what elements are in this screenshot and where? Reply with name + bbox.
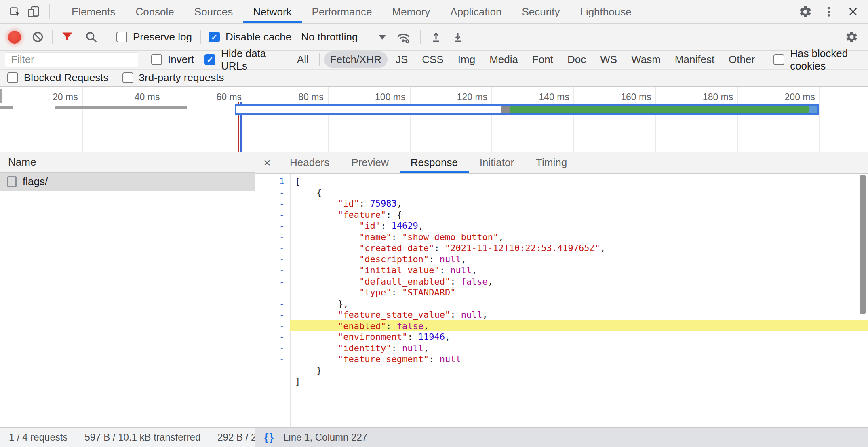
- close-devtools-button[interactable]: [844, 2, 862, 21]
- code-row: - "name": "show_demo_button",: [255, 232, 868, 243]
- tab-elements[interactable]: Elements: [61, 0, 125, 23]
- third-party-requests-checkbox[interactable]: 3rd-party requests: [122, 72, 224, 84]
- main-toolbar-right: [786, 2, 868, 21]
- detail-tab-response[interactable]: Response: [400, 152, 469, 173]
- network-settings-button[interactable]: [845, 30, 858, 44]
- overview-gridline: [491, 87, 492, 152]
- code-row: - "feature_state_value": null,: [255, 309, 868, 320]
- checkbox: [116, 32, 127, 42]
- checkbox: [209, 32, 220, 42]
- detail-tab-headers[interactable]: Headers: [279, 152, 340, 173]
- requests-summary: 1 / 4 requests597 B / 10.1 kB transferre…: [0, 427, 255, 447]
- code-row: - }: [255, 365, 868, 376]
- filter-type-manifest[interactable]: Manifest: [669, 51, 721, 68]
- filter-type-js[interactable]: JS: [390, 51, 414, 68]
- filter-type-fetch-xhr[interactable]: Fetch/XHR: [324, 51, 388, 68]
- overview-gridline: [82, 87, 83, 152]
- tab-console[interactable]: Console: [125, 0, 184, 23]
- device-toolbar-button[interactable]: [24, 2, 43, 21]
- scrollbar-thumb[interactable]: [860, 175, 866, 314]
- name-column-header[interactable]: Name: [0, 152, 255, 173]
- code-line: [: [290, 176, 868, 187]
- code-row: - "created_date": "2021-11-12T10:22:53.4…: [255, 242, 868, 254]
- code-row: - "initial_value": null,: [255, 265, 868, 276]
- filter-type-img[interactable]: Img: [452, 51, 481, 68]
- toolbar-divider: [834, 30, 834, 44]
- main-tabs: ElementsConsoleSourcesNetworkPerformance…: [61, 0, 642, 23]
- disable-cache-checkbox[interactable]: Disable cache: [209, 31, 291, 43]
- requests-panel: Name flags/: [0, 152, 255, 427]
- tab-network[interactable]: Network: [243, 0, 301, 23]
- overview-tick-label: 100 ms: [345, 92, 406, 103]
- checkbox: [7, 72, 18, 83]
- record-network-log-button[interactable]: [8, 31, 21, 44]
- overview-clipped-bar: [0, 89, 2, 103]
- filter-type-all[interactable]: All: [291, 51, 315, 68]
- tab-lighthouse[interactable]: Lighthouse: [570, 0, 641, 23]
- detail-tab-preview[interactable]: Preview: [340, 152, 399, 173]
- line-number: -: [255, 209, 290, 221]
- filter-type-font[interactable]: Font: [526, 51, 559, 68]
- inspect-element-button[interactable]: [6, 2, 24, 21]
- request-detail-panel: × HeadersPreviewResponseInitiatorTiming …: [255, 152, 868, 427]
- close-detail-button[interactable]: ×: [255, 152, 279, 173]
- line-number: -: [255, 309, 290, 320]
- overview-gridline: [164, 87, 164, 152]
- tab-performance[interactable]: Performance: [302, 0, 382, 23]
- gear-icon: [798, 5, 812, 19]
- invert-filter-checkbox[interactable]: Invert: [151, 53, 194, 66]
- overview-tick-label: 180 ms: [672, 92, 733, 103]
- code-row: - },: [255, 298, 868, 310]
- name-column-label: Name: [8, 156, 36, 169]
- hide-data-urls-checkbox[interactable]: Hide data URLs: [204, 47, 280, 72]
- overview-gridline: [246, 87, 246, 152]
- more-options-button[interactable]: [820, 2, 838, 21]
- overview-selected-request-bar: [235, 104, 819, 115]
- status-item: 597 B / 10.1 kB transferred: [76, 432, 209, 443]
- line-number: -: [255, 365, 290, 376]
- filter-type-doc[interactable]: Doc: [561, 51, 592, 68]
- throttling-select[interactable]: No throttling: [301, 31, 386, 43]
- detail-tab-timing[interactable]: Timing: [525, 152, 578, 173]
- code-row: - "enabled": false,: [255, 320, 868, 332]
- network-conditions-button[interactable]: [396, 30, 411, 44]
- filter-type-wasm[interactable]: Wasm: [625, 51, 667, 68]
- has-blocked-cookies-checkbox[interactable]: Has blocked cookies: [773, 47, 868, 72]
- detail-tab-initiator[interactable]: Initiator: [469, 152, 525, 173]
- code-row: - "type": "STANDARD": [255, 287, 868, 298]
- clear-network-log-button[interactable]: [32, 31, 44, 43]
- gear-icon: [845, 30, 858, 44]
- overview-tick-label: 120 ms: [427, 92, 487, 103]
- tab-memory[interactable]: Memory: [382, 0, 440, 23]
- response-body-viewer: 1[- {- "id": 75983,- "feature": {- "id":…: [255, 174, 868, 427]
- filter-input[interactable]: [5, 52, 138, 67]
- search-network-button[interactable]: [85, 31, 98, 44]
- filter-type-css[interactable]: CSS: [416, 51, 449, 68]
- filter-toggle-button[interactable]: [61, 31, 74, 43]
- overview-tick-label: 60 ms: [181, 92, 242, 103]
- filter-type-media[interactable]: Media: [483, 51, 524, 68]
- timeline-overview[interactable]: 20 ms40 ms60 ms80 ms100 ms120 ms140 ms16…: [0, 87, 868, 152]
- line-number: -: [255, 343, 290, 354]
- checkbox: [773, 54, 784, 65]
- tab-application[interactable]: Application: [440, 0, 512, 23]
- checkbox: [122, 72, 133, 83]
- blocked-requests-checkbox[interactable]: Blocked Requests: [7, 72, 109, 84]
- export-har-button[interactable]: [451, 31, 464, 44]
- preserve-log-checkbox[interactable]: Preserve log: [116, 31, 192, 43]
- overview-tick-label: 80 ms: [263, 92, 324, 103]
- devtools-settings-button[interactable]: [796, 2, 815, 21]
- table-row-flags[interactable]: flags/: [0, 173, 255, 191]
- tab-security[interactable]: Security: [512, 0, 570, 23]
- pretty-print-button[interactable]: {}: [264, 431, 274, 444]
- devtools-window: ElementsConsoleSourcesNetworkPerformance…: [0, 0, 868, 447]
- filter-type-other[interactable]: Other: [723, 51, 761, 68]
- download-icon: [451, 31, 464, 44]
- import-har-button[interactable]: [430, 31, 442, 44]
- tab-sources[interactable]: Sources: [184, 0, 243, 23]
- invert-label: Invert: [168, 53, 194, 66]
- has-blocked-cookies-label: Has blocked cookies: [790, 47, 868, 72]
- filter-type-ws[interactable]: WS: [594, 51, 623, 68]
- overview-tick-label: 140 ms: [509, 92, 569, 103]
- line-number: -: [255, 276, 290, 287]
